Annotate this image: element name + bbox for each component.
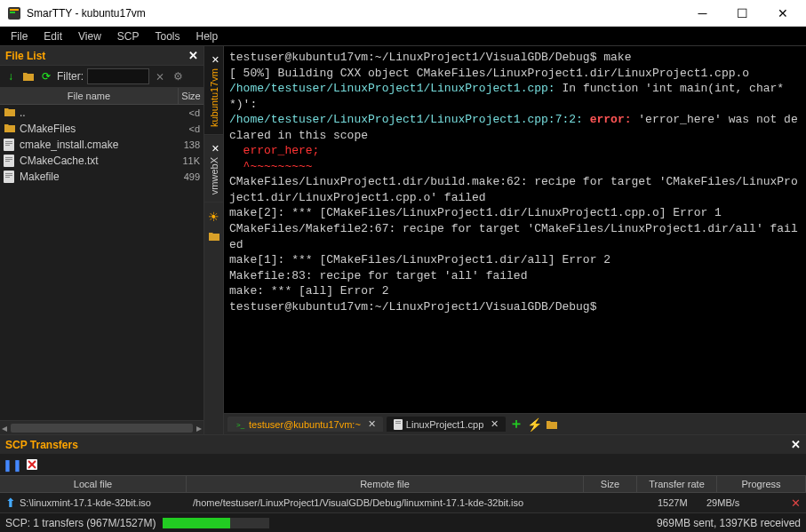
window-title: SmarTTY - kubuntu17vm [27, 7, 146, 20]
terminal-line: make[2]: *** [CMakeFiles/LinuxProject1.d… [229, 205, 801, 221]
scp-title: SCP Transfers [5, 439, 78, 451]
svg-rect-5 [5, 143, 12, 144]
terminal-panel: kubuntu17vm✕vmwebX✕☀ testuser@kubuntu17v… [204, 46, 806, 434]
col-size[interactable]: Size [584, 476, 637, 492]
scp-toolbar: ❚❚ [0, 454, 806, 475]
close-button[interactable]: ✕ [762, 0, 802, 26]
scp-header: SCP Transfers ✕ [0, 435, 806, 454]
terminal-area: testuser@kubuntu17vm:~/LinuxProject1/Vis… [224, 46, 806, 434]
status-left: SCP: 1 transfers (967M/1527M) [5, 517, 156, 529]
col-file-name[interactable]: File name [0, 88, 179, 104]
folder-icon[interactable] [208, 231, 220, 242]
tab-file-editor[interactable]: LinuxProject1.cpp ✕ [387, 417, 506, 432]
file-list-close-icon[interactable]: ✕ [188, 49, 198, 62]
upload-icon: ⬆ [5, 496, 16, 510]
menu-scp[interactable]: SCP [110, 28, 147, 44]
svg-rect-18 [395, 421, 401, 422]
vertical-tab[interactable]: kubuntu17vm✕ [204, 46, 223, 135]
col-rate[interactable]: Transfer rate [637, 476, 717, 492]
svg-rect-17 [394, 419, 403, 430]
tab-label: testuser@kubuntu17vm:~ [249, 419, 361, 430]
svg-rect-12 [5, 173, 12, 174]
svg-text:>_: >_ [236, 421, 245, 429]
tab-close-icon[interactable]: ✕ [491, 418, 499, 430]
filter-label: Filter: [57, 70, 84, 83]
terminal-line: Makefile:83: recipe for target 'all' fai… [229, 268, 801, 284]
menu-view[interactable]: View [71, 28, 108, 44]
filter-input[interactable] [87, 68, 149, 84]
open-folder-icon[interactable] [21, 69, 36, 83]
bolt-icon[interactable]: ⚡ [527, 417, 541, 432]
file-size: <d [175, 107, 200, 118]
file-row[interactable]: Makefile499 [0, 169, 203, 185]
add-tab-icon[interactable]: ＋ [509, 417, 523, 432]
sun-icon[interactable]: ☀ [208, 210, 219, 224]
cell-progress [778, 497, 791, 508]
col-local[interactable]: Local file [0, 476, 187, 492]
terminal-line: testuser@kubuntu17vm:~/LinuxProject1/Vis… [229, 299, 801, 315]
file-row[interactable]: ..<d [0, 105, 203, 121]
menu-tools[interactable]: Tools [148, 28, 188, 44]
file-row[interactable]: cmake_install.cmake138 [0, 137, 203, 153]
status-progress-bar [163, 518, 269, 528]
scp-columns: Local file Remote file Size Transfer rat… [0, 475, 806, 493]
tab-label: LinuxProject1.cpp [406, 419, 483, 430]
file-name: .. [20, 107, 175, 119]
window-titlebar: SmarTTY - kubuntu17vm ─ ☐ ✕ [0, 0, 806, 27]
file-name: CMakeCache.txt [20, 155, 175, 167]
vertical-tab[interactable]: vmwebX✕ [204, 135, 223, 202]
tab-close-icon[interactable]: ✕ [208, 142, 219, 154]
bottom-tab-strip: >_ testuser@kubuntu17vm:~ ✕ LinuxProject… [224, 413, 806, 434]
file-row[interactable]: CMakeFiles<d [0, 121, 203, 137]
cell-rate: 29MB/s [703, 497, 778, 508]
scp-rows: ⬆S:\linuxmint-17.1-kde-32bit.iso/home/te… [0, 493, 806, 512]
folder-icon[interactable] [545, 417, 559, 432]
tab-close-icon[interactable]: ✕ [368, 418, 376, 430]
cancel-icon[interactable]: ✕ [791, 496, 801, 510]
terminal-line: make[1]: *** [CMakeFiles/LinuxProject1.d… [229, 252, 801, 268]
menu-edit[interactable]: Edit [36, 28, 69, 44]
file-name: CMakeFiles [20, 123, 175, 135]
svg-rect-9 [5, 159, 12, 160]
terminal-output[interactable]: testuser@kubuntu17vm:~/LinuxProject1/Vis… [224, 46, 806, 413]
maximize-button[interactable]: ☐ [722, 0, 762, 26]
col-progress[interactable]: Progress [717, 476, 806, 492]
menubar: File Edit View SCP Tools Help [0, 27, 806, 46]
download-icon[interactable]: ↓ [4, 69, 18, 83]
cancel-transfer-icon[interactable] [25, 457, 39, 472]
menu-file[interactable]: File [4, 28, 35, 44]
status-right: 969MB sent, 1397KB received [657, 517, 801, 529]
svg-rect-13 [5, 175, 12, 176]
file-list-hscrollbar[interactable]: ◂▸ [0, 420, 203, 434]
col-file-size[interactable]: Size [179, 88, 203, 104]
tab-close-icon[interactable]: ✕ [208, 53, 219, 65]
folder-icon [4, 107, 16, 119]
refresh-icon[interactable]: ⟳ [39, 69, 53, 83]
statusbar: SCP: 1 transfers (967M/1527M) 969MB sent… [0, 512, 806, 532]
settings-icon[interactable]: ⚙ [171, 69, 185, 83]
scp-close-icon[interactable]: ✕ [791, 438, 801, 451]
file-row[interactable]: CMakeCache.txt11K [0, 153, 203, 169]
file-icon [4, 171, 16, 183]
file-list-toolbar: ↓ ⟳ Filter: ⨯ ⚙ [0, 66, 203, 88]
pause-icon[interactable]: ❚❚ [5, 457, 20, 472]
vertical-tab-label: kubuntu17vm [209, 68, 219, 127]
clear-filter-icon[interactable]: ⨯ [153, 69, 167, 83]
main-area: File List ✕ ↓ ⟳ Filter: ⨯ ⚙ File name Si… [0, 46, 806, 434]
terminal-line: error_here; [229, 143, 801, 159]
scp-row[interactable]: ⬆S:\linuxmint-17.1-kde-32bit.iso/home/te… [0, 493, 806, 512]
file-size: 138 [175, 139, 200, 150]
menu-help[interactable]: Help [189, 28, 226, 44]
tab-terminal-session[interactable]: >_ testuser@kubuntu17vm:~ ✕ [227, 417, 383, 432]
terminal-line: /home/testuser/LinuxProject1/LinuxProjec… [229, 112, 801, 143]
folder-icon [4, 123, 16, 135]
col-remote[interactable]: Remote file [187, 476, 584, 492]
cell-remote: /home/testuser/LinuxProject1/VisualGDB/D… [189, 497, 654, 508]
file-size: 499 [175, 171, 200, 182]
terminal-line: /home/testuser/LinuxProject1/LinuxProjec… [229, 81, 801, 112]
file-list-columns: File name Size [0, 88, 203, 105]
minimize-button[interactable]: ─ [682, 0, 722, 26]
svg-rect-4 [5, 141, 12, 142]
cell-local: S:\linuxmint-17.1-kde-32bit.iso [16, 497, 189, 508]
scp-panel: SCP Transfers ✕ ❚❚ Local file Remote fil… [0, 434, 806, 512]
